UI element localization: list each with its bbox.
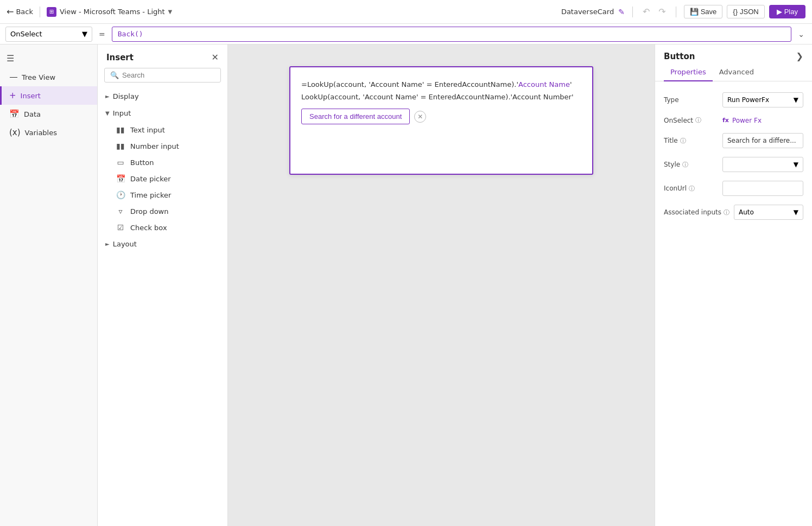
- insert-panel: Insert ✕ 🔍 ► Display ▼ Input ▮▮ Text inp…: [98, 45, 228, 526]
- close-card-button[interactable]: ✕: [414, 111, 426, 123]
- type-select[interactable]: Run PowerFx ▼: [722, 92, 803, 107]
- iconurl-label: IconUrl ⓘ: [664, 185, 718, 193]
- json-icon: {}: [733, 8, 738, 16]
- equals-sign: =: [97, 30, 107, 39]
- variables-icon: (x): [9, 128, 21, 137]
- type-value: Run PowerFx ▼: [722, 92, 803, 107]
- sidebar-item-label-tree-view: Tree View: [22, 73, 55, 81]
- play-icon: ▶: [777, 8, 782, 16]
- divider2: [632, 7, 633, 17]
- check-box-item[interactable]: ☑ Check box: [98, 219, 227, 236]
- back-label: Back: [16, 8, 33, 16]
- tab-advanced[interactable]: Advanced: [713, 64, 760, 81]
- prop-row-iconurl: IconUrl ⓘ: [655, 176, 812, 200]
- prop-row-title: Title ⓘ Search for a differe...: [655, 129, 812, 153]
- lookup-text-2: LookUp(account, 'Account Name' = Entered…: [301, 93, 581, 101]
- save-icon: 💾: [690, 8, 699, 16]
- layout-section-header[interactable]: ► Layout: [98, 236, 227, 252]
- card-frame[interactable]: =LookUp(account, 'Account Name' = Entere…: [289, 66, 593, 175]
- title-value: Search for a differe...: [722, 133, 803, 148]
- onselect-info-icon[interactable]: ⓘ: [695, 116, 701, 124]
- formula-expand-icon[interactable]: ⌄: [796, 30, 807, 39]
- title-input[interactable]: Search for a differe...: [722, 133, 803, 148]
- json-label: JSON: [740, 8, 759, 16]
- tree-view-icon: ⸻: [9, 72, 17, 82]
- button-label: Button: [130, 159, 154, 167]
- prop-row-style: Style ⓘ ▼: [655, 153, 812, 176]
- style-value: ▼: [722, 157, 803, 172]
- sidebar-item-tree-view[interactable]: ⸻ Tree View: [0, 68, 97, 86]
- sidebar-item-data[interactable]: 📅 Data: [0, 105, 97, 123]
- associated-inputs-info-icon[interactable]: ⓘ: [724, 208, 729, 217]
- divider3: [676, 7, 676, 17]
- iconurl-info-icon[interactable]: ⓘ: [689, 185, 695, 193]
- text-input-icon: ▮▮: [115, 125, 126, 134]
- button-item[interactable]: ▭ Button: [98, 154, 227, 170]
- sidebar-item-variables[interactable]: (x) Variables: [0, 123, 97, 142]
- json-button[interactable]: {} JSON: [727, 5, 764, 18]
- left-sidebar: ☰ ⸻ Tree View + Insert 📅 Data (x) Variab…: [0, 45, 98, 526]
- save-button[interactable]: 💾 Save: [684, 5, 723, 18]
- search-input[interactable]: [122, 71, 215, 79]
- tab-properties[interactable]: Properties: [664, 64, 713, 81]
- iconurl-value: [722, 181, 803, 196]
- main-layout: ☰ ⸻ Tree View + Insert 📅 Data (x) Variab…: [0, 45, 812, 526]
- iconurl-input[interactable]: [722, 181, 803, 196]
- display-chevron-icon: ►: [105, 93, 110, 99]
- close-icon[interactable]: ✕: [212, 52, 219, 62]
- style-select[interactable]: ▼: [722, 157, 803, 172]
- undo-button[interactable]: ↶: [640, 5, 652, 18]
- style-label: Style ⓘ: [664, 161, 718, 169]
- time-picker-item[interactable]: 🕐 Time picker: [98, 187, 227, 203]
- onselect-label: OnSelect ⓘ: [664, 116, 718, 124]
- insert-panel-header: Insert ✕: [98, 45, 227, 68]
- search-different-account-button[interactable]: Search for a different account: [301, 109, 410, 124]
- save-label: Save: [701, 8, 717, 16]
- prop-row-onselect: OnSelect ⓘ fx Power Fx: [655, 112, 812, 129]
- time-picker-label: Time picker: [130, 191, 171, 199]
- play-label: Play: [784, 8, 798, 16]
- close-card-icon: ✕: [417, 113, 423, 121]
- search-button-label: Search for a different account: [309, 112, 402, 121]
- display-section-header[interactable]: ► Display: [98, 88, 227, 105]
- edit-icon[interactable]: ✎: [618, 8, 625, 16]
- play-button[interactable]: ▶ Play: [769, 5, 805, 18]
- panel-body: Type Run PowerFx ▼ OnSelect ⓘ fx: [655, 81, 812, 526]
- view-chevron-icon[interactable]: ▼: [168, 9, 173, 15]
- date-picker-item[interactable]: 📅 Date picker: [98, 170, 227, 187]
- divider: [40, 7, 40, 17]
- search-icon: 🔍: [110, 71, 119, 79]
- topbar-right: DataverseCard ✎ ↶ ↷ 💾 Save {} JSON ▶ Pla…: [561, 5, 805, 18]
- hamburger-icon[interactable]: ☰: [0, 49, 97, 68]
- sidebar-item-insert[interactable]: + Insert: [0, 86, 97, 105]
- property-select[interactable]: OnSelect ▼: [5, 27, 92, 42]
- prop-row-type: Type Run PowerFx ▼: [655, 88, 812, 112]
- drop-down-item[interactable]: ▿ Drop down: [98, 203, 227, 219]
- insert-panel-title: Insert: [106, 53, 134, 62]
- back-button[interactable]: ← Back: [7, 7, 33, 17]
- date-picker-label: Date picker: [130, 175, 171, 183]
- number-input-icon: ▮▮: [115, 142, 126, 150]
- right-panel: Button ❯ Properties Advanced Type Run Po…: [655, 45, 812, 526]
- redo-button[interactable]: ↷: [656, 5, 668, 18]
- card-button-row: Search for a different account ✕: [301, 109, 581, 124]
- top-bar: ← Back ⊞ View - Microsoft Teams - Light …: [0, 0, 812, 24]
- formula-input[interactable]: [112, 27, 792, 42]
- style-info-icon[interactable]: ⓘ: [682, 161, 688, 169]
- input-chevron-icon: ▼: [105, 110, 110, 116]
- prop-row-associated-inputs: Associated inputs ⓘ Auto ▼: [655, 200, 812, 224]
- input-section-label: Input: [113, 109, 131, 117]
- text-input-item[interactable]: ▮▮ Text input: [98, 122, 227, 138]
- panel-arrow-icon[interactable]: ❯: [796, 51, 803, 61]
- onselect-value: fx Power Fx: [722, 117, 803, 124]
- input-section-header[interactable]: ▼ Input: [98, 105, 227, 122]
- button-icon: ▭: [115, 158, 126, 167]
- number-input-item[interactable]: ▮▮ Number input: [98, 138, 227, 154]
- associated-inputs-value: Auto ▼: [734, 205, 803, 220]
- onselect-fx-button[interactable]: fx Power Fx: [722, 117, 803, 124]
- check-box-label: Check box: [130, 224, 167, 232]
- sidebar-item-label-data: Data: [24, 110, 41, 118]
- associated-inputs-select[interactable]: Auto ▼: [734, 205, 803, 220]
- title-info-icon[interactable]: ⓘ: [680, 137, 686, 145]
- type-label: Type: [664, 96, 718, 104]
